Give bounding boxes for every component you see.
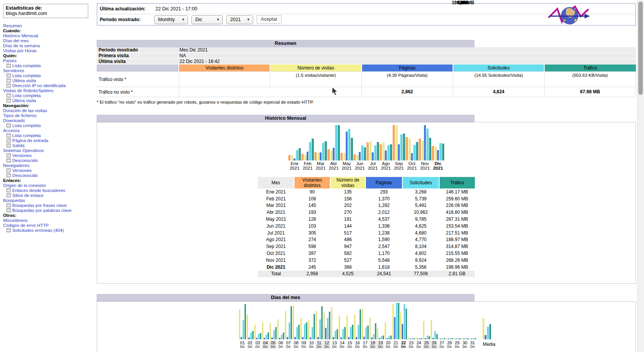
menu-link[interactable]: Origen de la conexión — [3, 183, 46, 188]
menu-link[interactable]: Downloads — [3, 118, 25, 123]
month-bar-group — [340, 129, 353, 160]
menu-link[interactable]: Salida — [12, 143, 25, 148]
monthly-table-cell: 215.55 MB — [439, 250, 475, 257]
day-month: Dic — [308, 345, 315, 349]
day-bar-pages — [432, 338, 434, 339]
menu-link[interactable]: Duración de las visitas — [3, 108, 47, 113]
monthly-table-cell: 1,282 — [366, 202, 402, 209]
menu-item: Países — [3, 58, 96, 63]
month-bar-hits — [374, 145, 376, 160]
day-bar-bandwidth — [321, 306, 323, 339]
menu-link[interactable]: Última visita — [12, 78, 36, 83]
month-bar-pages — [346, 132, 348, 160]
menu-link[interactable]: Sistemas Operativos — [3, 148, 44, 153]
month-label-year: 2021 — [314, 166, 327, 170]
monthly-table-cell: 1,336 — [366, 223, 402, 230]
accept-button[interactable]: Aceptar — [257, 15, 282, 24]
menu-link[interactable]: Desconocido — [12, 173, 38, 178]
media-bar-bandwidth — [489, 324, 491, 339]
day-month: Dic — [331, 345, 338, 349]
list-detail-icon — [7, 144, 11, 147]
list-detail-icon — [7, 193, 11, 197]
month-label: Nov2021 — [418, 161, 432, 170]
monthly-table-cell: 5,739 — [402, 195, 439, 202]
monthly-table-total-cell: Total — [258, 271, 294, 278]
menu-link[interactable]: Países — [3, 58, 16, 63]
menu-item: Tipos de ficheros — [3, 113, 96, 118]
summary-unseen-label: Tráfico no visto * — [97, 87, 179, 97]
value-sub: (553.63 KB/Visita) — [545, 73, 635, 78]
menu-link[interactable]: Tipos de ficheros — [3, 113, 36, 118]
stats-of-box: Estadísticas de: blogs.hardlimit.com — [3, 4, 88, 18]
month-bar-group — [379, 142, 392, 160]
day-bar-pages — [248, 337, 250, 339]
menu-link[interactable]: Búsquedas por frases clave — [12, 203, 67, 208]
day-label: 20Dic — [384, 340, 392, 349]
menu-link[interactable]: Lista completa — [12, 73, 41, 78]
monthly-table-header-row: MesVisitantes distintosNúmero de visitas… — [258, 177, 475, 188]
month-bar-visits — [291, 155, 293, 160]
menu-link[interactable]: Desconocido — [12, 158, 38, 163]
summary-info-label: Periodo mostrado — [97, 47, 178, 53]
menu-link[interactable]: Solicitudes erróneas (404) — [12, 228, 64, 233]
monthly-table-cell: Mar 2021 — [258, 202, 294, 209]
menu-link[interactable]: Resumen — [3, 23, 22, 28]
day-bar-group — [338, 316, 346, 339]
media-bar-hits — [487, 327, 489, 339]
month-bar-visitors — [327, 149, 329, 160]
day-month: Dic — [369, 345, 377, 349]
menu-link[interactable]: Navegadores — [3, 163, 29, 168]
menu-link[interactable]: Visitas de Robots/Spiders — [3, 88, 53, 93]
stats-of-label: Estadísticas de: — [6, 5, 86, 11]
day-bar-bandwidth — [436, 334, 438, 339]
monthly-table-cell: Ene 2021 — [258, 188, 294, 195]
day-bar-bandwidth — [290, 306, 292, 339]
menu-link[interactable]: Última visita — [12, 98, 36, 103]
menu-link[interactable]: Lista completa — [12, 133, 41, 138]
menu-link[interactable]: Servidores — [3, 68, 24, 73]
monthly-table-cell: 274 — [294, 236, 330, 243]
menu-link[interactable]: Días de la semana — [3, 43, 40, 48]
menu-item: Origen de la conexión — [3, 183, 96, 188]
frequency-select[interactable]: Monthly ▼ — [154, 15, 188, 24]
menu-link[interactable]: Días del mes — [3, 38, 29, 43]
day-bar-visits — [277, 319, 278, 339]
menu-link[interactable]: Histórico Mensual — [3, 33, 38, 38]
day-bar-hits — [350, 327, 351, 339]
menu-link[interactable]: Página de entrada — [12, 138, 48, 143]
day-label: 06Dic — [277, 340, 285, 349]
menu-link[interactable]: Lista completa — [12, 93, 41, 98]
menu-link[interactable]: Versiones — [12, 168, 32, 173]
menu-link[interactable]: Misceláneos — [3, 218, 28, 223]
menu-link[interactable]: Versiones — [12, 153, 32, 158]
day-label: 25Dic — [423, 340, 430, 349]
day-bar-visits — [239, 309, 240, 339]
day-bar-hits — [450, 338, 451, 339]
month-select[interactable]: Dic ▼ — [191, 15, 223, 24]
vertical-scrollbar[interactable] — [637, 0, 644, 352]
menu-link[interactable]: Visitas por Horas — [3, 48, 36, 53]
menu-link[interactable]: Lista completa — [12, 63, 41, 68]
monthly-table-cell: 582 — [330, 250, 366, 257]
table-row: Feb 20211081561,3705,739259.60 MB — [258, 195, 475, 202]
day-bar-group — [331, 307, 338, 339]
month-bar-group — [392, 125, 405, 160]
menu-link[interactable]: Códigos de error HTTP — [3, 223, 49, 228]
menu-link[interactable]: Búsquedas por palabras clave — [12, 208, 72, 213]
menu-link[interactable]: Enlaces desde buscadores — [12, 188, 65, 193]
day-label: 22Dic — [400, 340, 407, 349]
menu-link[interactable]: Dirección IP no identificada — [12, 83, 66, 88]
menu-link[interactable]: Búsquedas — [3, 198, 25, 203]
scrollbar-thumb[interactable] — [638, 2, 643, 95]
day-bar-pages — [264, 338, 265, 339]
day-month: Dic — [461, 345, 469, 349]
menu-item: Lista completa — [3, 93, 96, 98]
day-month: Dic — [407, 345, 415, 349]
year-select[interactable]: 2021 ▼ — [226, 15, 253, 24]
day-bar-bandwidth — [474, 338, 476, 339]
month-bar-visitors — [288, 155, 290, 160]
menu-link[interactable]: Lista completa — [12, 123, 41, 128]
list-detail-icon — [7, 159, 11, 162]
menu-link[interactable]: Accesos — [3, 128, 20, 133]
menu-link[interactable]: Sitios de enlace — [12, 193, 43, 198]
